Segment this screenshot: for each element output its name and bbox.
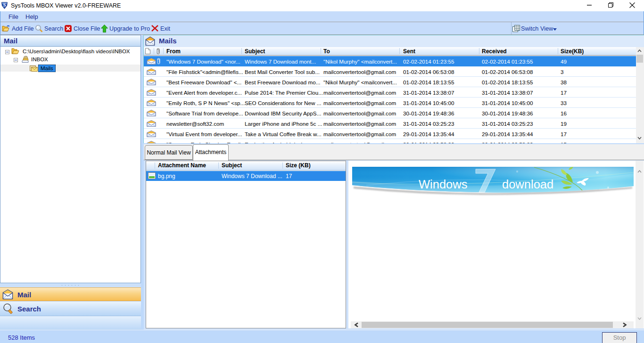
svg-text:Windows: Windows [419, 178, 467, 191]
svg-text:download: download [502, 178, 553, 191]
svg-text:S: S [3, 2, 6, 8]
